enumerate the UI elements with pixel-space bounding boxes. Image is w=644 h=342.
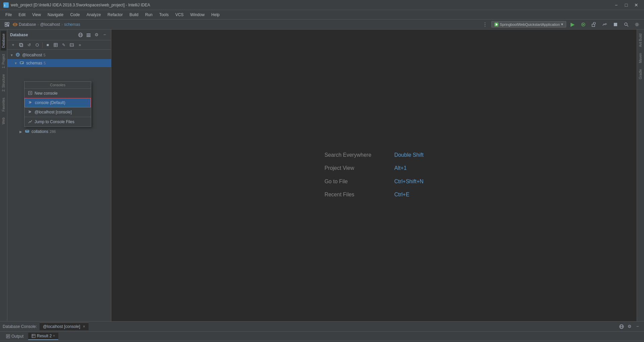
sidebar-tab-gradle[interactable]: Gradle [638,66,643,82]
jump-to-files-item[interactable]: Jump to Console Files [24,117,91,127]
copy-button[interactable] [17,41,25,49]
refresh-button[interactable]: ↺ [25,41,33,49]
left-side-tabs: Database 1: Project 2: Structure Favorit… [0,30,7,321]
nav-settings-gear-button[interactable] [633,20,641,29]
sidebar-close-button[interactable]: − [101,31,108,39]
svg-rect-22 [87,36,91,37]
sidebar-tab-web[interactable]: Web [1,115,6,127]
sidebar-tab-ant-build[interactable]: Ant Build [638,31,643,50]
right-side-tabs: Ant Build Maven Gradle [637,30,644,321]
panel-globe-button[interactable] [618,323,625,330]
menu-run[interactable]: Run [143,11,155,18]
shortcut-search: Search Everywhere Double Shift [324,149,423,161]
maximize-button[interactable]: □ [622,1,631,9]
sidebar-gear-button[interactable]: ⚙ [93,31,100,39]
nav-expand-icon[interactable] [3,20,11,29]
sidebar-globe-button[interactable] [77,31,84,39]
console-default-label: console (Default) [35,100,65,105]
breadcrumb-localhost[interactable]: @localhost [40,22,60,27]
tree-item-localhost[interactable]: ▼ @localhost 5 [7,51,111,59]
collations-icon [25,129,30,135]
svg-rect-13 [614,23,617,26]
svg-rect-34 [20,63,22,63]
toolbar-separator [42,42,43,48]
svg-rect-4 [5,25,7,27]
run-config-selector[interactable]: SpringbootWebQuickstartApplication ▾ [491,21,566,28]
menu-build[interactable]: Build [127,11,141,18]
tab-output[interactable]: Output [3,333,27,340]
sidebar-layout-button[interactable] [85,31,92,39]
more-actions-button[interactable]: » [76,41,84,49]
edit-button[interactable]: ✎ [60,41,67,49]
schemas-count: 5 [44,61,46,65]
sidebar-tab-favorites[interactable]: Favorites [1,95,6,114]
tree-item-schemas[interactable]: ▼ schemas 5 [7,59,111,67]
console-tab-close[interactable]: × [83,324,85,329]
shortcut-file-key: Ctrl+Shift+N [394,176,423,187]
svg-rect-24 [19,43,22,46]
svg-rect-20 [87,34,91,34]
debug-button[interactable] [579,20,588,29]
nav-stop-button[interactable] [611,20,620,29]
menu-navigate[interactable]: Navigate [45,11,66,18]
sidebar-tab-database[interactable]: Database [1,31,6,51]
tab-result2[interactable]: Result 2 × [28,333,58,340]
table-view-button[interactable] [52,41,59,49]
bottom-panel: Database Console: @localhost [console] ×… [0,321,644,342]
menu-refactor[interactable]: Refactor [105,11,125,18]
panel-gear-button[interactable]: ⚙ [626,323,633,330]
nav-coverage-button[interactable] [600,20,609,29]
stop-button[interactable]: ■ [44,41,51,49]
sidebar-actions: ⚙ − [77,31,108,39]
sidebar-tab-maven[interactable]: Maven [638,50,643,66]
sidebar-toolbar: + ↺ ■ ✎ » [7,40,111,50]
nav-settings-icon[interactable] [481,20,489,29]
title-bar: I web_project [D:\IntelliJ IDEA 2018.3.5… [0,0,644,10]
main-content: Search Everywhere Double Shift Project V… [111,30,637,321]
console-tab[interactable]: @localhost [console] × [40,323,89,330]
shortcut-recent-key: Ctrl+E [394,189,409,200]
jump-to-files-label: Jump to Console Files [35,119,74,124]
localhost-console-item[interactable]: @localhost [console] [24,107,91,117]
console-default-item[interactable]: console (Default) [24,98,91,107]
menu-code[interactable]: Code [67,11,83,18]
shortcut-recent: Recent Files Ctrl+E [324,189,423,200]
menu-help[interactable]: Help [209,11,222,18]
close-button[interactable]: ✕ [632,1,641,9]
sidebar-tab-structure[interactable]: 2: Structure [1,71,6,94]
menu-vcs[interactable]: VCS [173,11,186,18]
title-bar-left: I web_project [D:\IntelliJ IDEA 2018.3.5… [3,2,150,8]
new-console-item[interactable]: New console [24,89,91,98]
menu-view[interactable]: View [30,11,44,18]
result2-tab-close[interactable]: × [53,334,55,338]
svg-rect-3 [7,22,9,24]
localhost-console-label: @localhost [console] [35,110,72,114]
tree-item-collations[interactable]: ▶ collations 286 [7,128,111,136]
svg-marker-11 [583,23,584,26]
breadcrumb-schemas[interactable]: schemas [64,22,80,27]
menu-window[interactable]: Window [187,11,207,18]
result2-tab-label: Result 2 [37,334,52,338]
localhost-icon [15,52,21,58]
svg-rect-32 [20,61,24,64]
shortcut-search-label: Search Everywhere [324,149,391,161]
panel-minimize-button[interactable]: − [634,323,641,330]
build-button[interactable] [590,20,598,29]
menu-tools[interactable]: Tools [157,11,171,18]
arrow-localhost: ▼ [10,53,15,57]
menu-analyze[interactable]: Analyze [84,11,104,18]
shortcut-recent-label: Recent Files [324,189,391,200]
menu-file[interactable]: File [3,11,14,18]
minimize-button[interactable]: − [612,1,621,9]
menu-edit[interactable]: Edit [16,11,28,18]
breadcrumb-database[interactable]: Database [19,22,36,27]
sidebar-tab-project[interactable]: 1: Project [1,51,6,71]
bottom-tabs: Output Result 2 × [0,332,644,341]
sidebar-header: Database ⚙ − [7,30,111,40]
run-button[interactable]: ▶ [568,20,577,29]
schema-sync-button[interactable] [34,41,41,49]
image-button[interactable] [68,41,75,49]
add-datasource-button[interactable]: + [9,41,17,49]
nav-search-button[interactable] [622,20,631,29]
sidebar-title: Database [10,33,28,37]
